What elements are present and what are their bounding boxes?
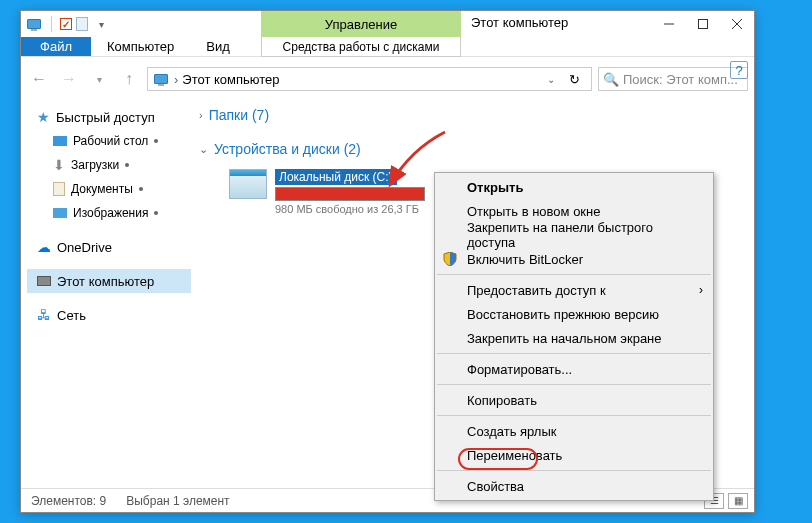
selection-count: Выбран 1 элемент <box>126 494 229 508</box>
tiles-view-button[interactable]: ▦ <box>728 493 748 509</box>
devices-group-header[interactable]: ⌄ Устройства и диски (2) <box>191 137 754 161</box>
downloads-icon: ⬇ <box>53 157 65 173</box>
ctx-open[interactable]: Открыть <box>435 175 713 199</box>
ctx-pin-quick-access[interactable]: Закрепить на панели быстрого доступа <box>435 223 713 247</box>
desktop-icon <box>53 136 67 146</box>
back-button[interactable]: ← <box>27 67 51 91</box>
address-bar-row: ← → ▾ ↑ › Этот компьютер ⌄ ↻ 🔍 Поиск: Эт… <box>21 63 754 95</box>
drive-c[interactable]: Локальный диск (C:) 980 МБ свободно из 2… <box>227 167 447 217</box>
qat-dropdown-icon[interactable]: ▾ <box>92 15 110 33</box>
view-tab[interactable]: Вид <box>190 37 246 56</box>
nav-quick-access[interactable]: ★Быстрый доступ <box>27 105 191 129</box>
recent-dropdown[interactable]: ▾ <box>87 67 111 91</box>
nav-network[interactable]: 🖧Сеть <box>27 303 191 327</box>
svg-rect-1 <box>699 20 708 29</box>
search-placeholder: Поиск: Этот комп... <box>623 72 738 87</box>
hdd-icon <box>229 169 267 199</box>
address-location: Этот компьютер <box>182 72 279 87</box>
minimize-button[interactable] <box>652 11 686 37</box>
documents-icon <box>53 182 65 196</box>
pc-icon <box>152 70 170 88</box>
folders-group-header[interactable]: › Папки (7) <box>191 103 754 127</box>
search-input[interactable]: 🔍 Поиск: Этот комп... <box>598 67 748 91</box>
new-folder-qat-icon[interactable] <box>76 17 88 31</box>
star-icon: ★ <box>37 109 50 125</box>
ctx-create-shortcut[interactable]: Создать ярлык <box>435 419 713 443</box>
pictures-icon <box>53 208 67 218</box>
refresh-button[interactable]: ↻ <box>561 72 587 87</box>
cloud-icon: ☁ <box>37 239 51 255</box>
chevron-down-icon: ⌄ <box>199 143 208 156</box>
drive-free-label: 980 МБ свободно из 26,3 ГБ <box>275 203 445 215</box>
drive-usage-bar <box>275 187 425 201</box>
close-button[interactable] <box>720 11 754 37</box>
app-icon <box>25 15 43 33</box>
nav-documents[interactable]: Документы <box>27 177 191 201</box>
ctx-properties[interactable]: Свойства <box>435 474 713 498</box>
ctx-pin-start[interactable]: Закрепить на начальном экране <box>435 326 713 350</box>
search-icon: 🔍 <box>603 72 619 87</box>
chevron-right-icon: › <box>199 109 203 121</box>
manage-subtab-label: Средства работы с дисками <box>261 37 461 57</box>
network-icon: 🖧 <box>37 307 51 323</box>
address-dropdown-icon[interactable]: ⌄ <box>541 74 561 85</box>
quick-access-toolbar: ✓ ▾ <box>25 15 245 33</box>
drive-details: Локальный диск (C:) 980 МБ свободно из 2… <box>275 169 445 215</box>
svg-line-3 <box>732 19 742 29</box>
item-count: Элементов: 9 <box>31 494 106 508</box>
ctx-copy[interactable]: Копировать <box>435 388 713 412</box>
ctx-restore-version[interactable]: Восстановить прежнюю версию <box>435 302 713 326</box>
nav-pictures[interactable]: Изображения <box>27 201 191 225</box>
navigation-pane: ★Быстрый доступ Рабочий стол ⬇Загрузки Д… <box>21 95 191 475</box>
address-bar[interactable]: › Этот компьютер ⌄ ↻ <box>147 67 592 91</box>
file-tab[interactable]: Файл <box>21 37 91 56</box>
help-button[interactable]: ? <box>730 61 748 79</box>
window-title: Этот компьютер <box>471 15 568 30</box>
nav-downloads[interactable]: ⬇Загрузки <box>27 153 191 177</box>
annotation-highlight <box>458 448 538 470</box>
maximize-button[interactable] <box>686 11 720 37</box>
nav-this-pc[interactable]: Этот компьютер <box>27 269 191 293</box>
forward-button[interactable]: → <box>57 67 81 91</box>
pc-nav-icon <box>37 276 51 286</box>
properties-qat-icon[interactable]: ✓ <box>60 18 72 30</box>
titlebar: ✓ ▾ Управление Средства работы с дисками… <box>21 11 754 37</box>
ctx-share[interactable]: Предоставить доступ к› <box>435 278 713 302</box>
ctx-bitlocker[interactable]: Включить BitLocker <box>435 247 713 271</box>
ctx-format[interactable]: Форматировать... <box>435 357 713 381</box>
up-button[interactable]: ↑ <box>117 67 141 91</box>
manage-tab-label: Управление <box>261 11 461 37</box>
nav-desktop[interactable]: Рабочий стол <box>27 129 191 153</box>
manage-tab[interactable]: Управление Средства работы с дисками <box>261 11 461 57</box>
computer-tab[interactable]: Компьютер <box>91 37 190 56</box>
nav-onedrive[interactable]: ☁OneDrive <box>27 235 191 259</box>
chevron-right-icon: › <box>699 283 703 297</box>
shield-icon <box>443 252 457 266</box>
drive-name: Локальный диск (C:) <box>275 169 397 185</box>
svg-line-2 <box>732 19 742 29</box>
